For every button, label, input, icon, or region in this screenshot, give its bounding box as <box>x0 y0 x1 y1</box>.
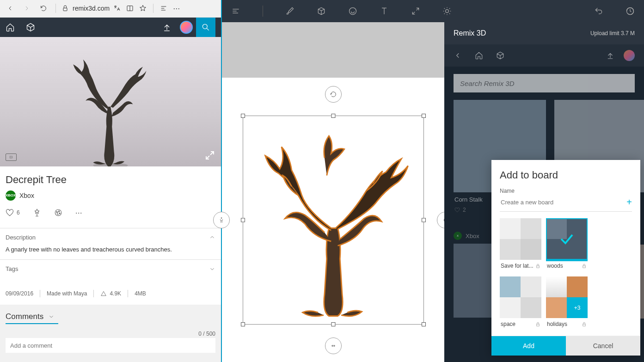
forward-button[interactable] <box>20 2 33 15</box>
resize-handle[interactable] <box>422 114 426 118</box>
svg-point-13 <box>56 212 57 213</box>
cancel-button[interactable]: Cancel <box>566 336 640 356</box>
expand-icon[interactable] <box>204 150 215 161</box>
reading-list-icon[interactable] <box>160 5 167 12</box>
model-title: Decrepit Tree <box>6 174 215 186</box>
url-text: remix3d.com <box>73 5 110 12</box>
chevron-up-icon <box>209 234 215 240</box>
text-icon[interactable] <box>380 6 389 16</box>
lock-icon <box>582 322 587 327</box>
comments-toggle[interactable]: Comments <box>6 312 215 321</box>
profile-avatar[interactable] <box>177 18 196 37</box>
stickers-icon[interactable] <box>348 6 357 16</box>
new-board-input[interactable] <box>500 198 622 207</box>
description-section: Description A gnarly tree with no leaves… <box>0 228 221 259</box>
resize-handle[interactable] <box>422 322 426 326</box>
svg-rect-22 <box>537 266 540 268</box>
undo-icon[interactable] <box>594 6 603 16</box>
view-count: 4.9K <box>100 290 121 297</box>
model-preview[interactable] <box>0 37 221 166</box>
resize-handle[interactable] <box>241 322 245 326</box>
upload-icon[interactable] <box>606 51 614 60</box>
selected-object[interactable] <box>236 109 430 331</box>
back-button[interactable] <box>4 2 17 15</box>
canvas-area[interactable] <box>222 22 444 362</box>
chevron-down-icon <box>209 266 215 272</box>
model-size: 4MB <box>135 290 146 297</box>
community-icon[interactable] <box>496 51 504 60</box>
add-to-board-modal: Add to board Name + Save for lat... <box>491 160 640 356</box>
view-3d-badge[interactable] <box>6 153 17 161</box>
author-row[interactable]: XBOX Xbox <box>6 190 215 201</box>
canvas-tree-object[interactable] <box>245 118 421 320</box>
browser-panel: remix3d.com ··· <box>0 0 222 362</box>
remix-search-input[interactable] <box>454 74 635 92</box>
paint-button[interactable] <box>54 209 62 217</box>
tags-section: Tags <box>0 259 221 282</box>
effects-icon[interactable] <box>442 6 452 16</box>
svg-point-15 <box>59 213 60 214</box>
profile-avatar[interactable] <box>624 50 635 61</box>
add-button[interactable]: Add <box>491 336 566 356</box>
board-tile-holidays[interactable]: +3 holidays <box>546 276 588 330</box>
remix-site-header <box>0 18 221 37</box>
description-toggle[interactable]: Description <box>6 234 215 241</box>
author-name: Xbox <box>19 192 34 199</box>
comment-input[interactable] <box>6 338 215 353</box>
svg-rect-25 <box>583 324 586 326</box>
paint3d-toolbar <box>222 0 644 22</box>
remix-subheader <box>444 44 644 67</box>
translate-icon[interactable] <box>113 5 121 12</box>
search-button[interactable] <box>196 18 215 37</box>
resize-handle[interactable] <box>241 114 245 118</box>
resize-handle[interactable] <box>331 114 335 118</box>
rotate-y-handle[interactable] <box>213 212 230 228</box>
brush-icon[interactable] <box>285 6 294 16</box>
home-icon[interactable] <box>6 23 15 32</box>
boards-grid: Save for lat... woods space +3 holid <box>500 218 632 330</box>
remix-panel-title: Remix 3D <box>454 29 486 37</box>
favorite-icon[interactable] <box>139 5 147 12</box>
reading-icon[interactable] <box>126 5 134 12</box>
more-button[interactable]: ··· <box>75 208 82 218</box>
svg-rect-23 <box>583 266 586 268</box>
address-bar[interactable]: remix3d.com <box>61 5 110 12</box>
menu-icon[interactable] <box>231 6 240 16</box>
home-icon[interactable] <box>475 51 483 60</box>
svg-rect-24 <box>537 324 540 326</box>
remix-button[interactable] <box>33 209 41 217</box>
canvas-icon[interactable] <box>411 6 420 16</box>
tags-toggle[interactable]: Tags <box>6 265 215 272</box>
svg-point-6 <box>202 24 207 29</box>
like-button[interactable]: 6 <box>6 209 20 217</box>
svg-rect-0 <box>63 8 67 11</box>
char-count: 0 / 500 <box>6 331 215 337</box>
board-tile-space[interactable]: space <box>500 276 541 330</box>
dots-icon[interactable]: ··· <box>173 4 180 13</box>
history-icon[interactable] <box>626 6 635 16</box>
upload-limit: Upload limit 3.7 M <box>590 30 635 37</box>
chevron-down-icon <box>48 313 55 320</box>
resize-handle[interactable] <box>422 218 426 222</box>
modal-title: Add to board <box>500 169 632 181</box>
resize-handle[interactable] <box>241 218 245 222</box>
refresh-button[interactable] <box>37 2 50 15</box>
lock-icon <box>61 5 69 12</box>
board-tile-save-for-later[interactable]: Save for lat... <box>500 218 541 272</box>
xbox-badge-icon: XBOX <box>6 190 16 201</box>
depth-handle[interactable] <box>325 337 342 354</box>
resize-handle[interactable] <box>331 322 335 326</box>
remix3d-side-panel: Remix 3D Upload limit 3.7 M <box>444 22 644 362</box>
lock-icon <box>535 264 540 269</box>
3d-shapes-icon[interactable] <box>317 6 326 16</box>
lock-icon <box>535 322 540 327</box>
community-icon[interactable] <box>26 23 35 32</box>
name-label: Name <box>500 188 632 194</box>
rotate-z-handle[interactable] <box>325 86 342 103</box>
svg-line-7 <box>207 28 209 31</box>
board-tile-woods[interactable]: woods <box>546 218 588 272</box>
add-board-button[interactable]: + <box>626 197 632 208</box>
upload-button[interactable] <box>157 18 177 37</box>
back-icon[interactable] <box>454 51 462 60</box>
model-date: 09/09/2016 <box>6 290 33 297</box>
